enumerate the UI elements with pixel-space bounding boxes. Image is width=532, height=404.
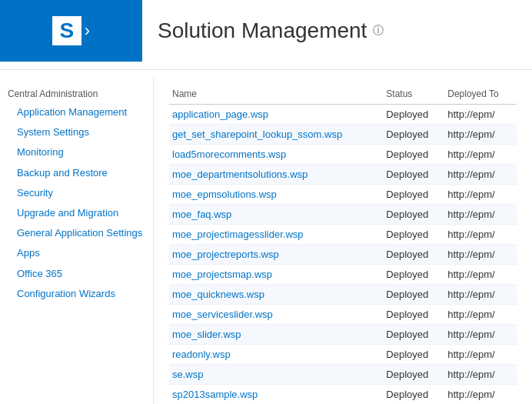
solution-deployed-9: http://epm/ xyxy=(444,285,517,305)
solution-status-4: Deployed xyxy=(383,185,444,205)
solution-name-6[interactable]: moe_projectimagesslider.wsp xyxy=(169,225,383,245)
solution-deployed-12: http://epm/ xyxy=(444,345,517,365)
sidebar-item-3[interactable]: Backup and Restore xyxy=(0,163,153,183)
solution-name-5[interactable]: moe_faq.wsp xyxy=(169,205,383,225)
solution-deployed-14: http://epm/ xyxy=(444,385,517,405)
solution-status-3: Deployed xyxy=(383,165,444,185)
table-row: moe_projectimagesslider.wspDeployedhttp:… xyxy=(169,225,517,245)
solution-name-1[interactable]: get_set_sharepoint_lookup_ssom.wsp xyxy=(169,125,383,145)
col-header-deployed: Deployed To xyxy=(444,85,517,105)
solution-name-12[interactable]: readonly.wsp xyxy=(169,345,383,365)
solution-status-9: Deployed xyxy=(383,285,444,305)
table-row: moe_serviceslider.wspDeployedhttp://epm/ xyxy=(169,305,517,325)
table-row: moe_epmsolutions.wspDeployedhttp://epm/ xyxy=(169,185,517,205)
solution-deployed-10: http://epm/ xyxy=(444,305,517,325)
page-title-area: Solution Management ⓘ xyxy=(142,18,384,43)
logo-arrow: › xyxy=(85,21,90,41)
solution-deployed-1: http://epm/ xyxy=(444,125,517,145)
col-header-name: Name xyxy=(169,85,383,105)
solution-status-12: Deployed xyxy=(383,345,444,365)
table-row: moe_departmentsolutions.wspDeployedhttp:… xyxy=(169,165,517,185)
content-area: Name Status Deployed To application_page… xyxy=(154,78,532,404)
solution-status-13: Deployed xyxy=(383,365,444,385)
solution-name-9[interactable]: moe_quicknews.wsp xyxy=(169,285,383,305)
solution-status-5: Deployed xyxy=(383,205,444,225)
logo-inner: S › xyxy=(52,16,90,45)
solution-status-1: Deployed xyxy=(383,125,444,145)
sidebar-item-6[interactable]: General Application Settings xyxy=(0,223,153,243)
solution-status-8: Deployed xyxy=(383,265,444,285)
sidebar-item-8[interactable]: Office 365 xyxy=(0,264,153,284)
col-header-status: Status xyxy=(383,85,444,105)
sidebar-item-4[interactable]: Security xyxy=(0,183,153,203)
solution-name-11[interactable]: moe_slider.wsp xyxy=(169,325,383,345)
table-row: se.wspDeployedhttp://epm/ xyxy=(169,365,517,385)
solution-name-2[interactable]: load5morecomments.wsp xyxy=(169,145,383,165)
solution-deployed-6: http://epm/ xyxy=(444,225,517,245)
solution-deployed-4: http://epm/ xyxy=(444,185,517,205)
solution-name-14[interactable]: sp2013sample.wsp xyxy=(169,385,383,405)
table-row: application_page.wspDeployedhttp://epm/ xyxy=(169,105,517,125)
table-row: moe_faq.wspDeployedhttp://epm/ xyxy=(169,205,517,225)
table-row: moe_slider.wspDeployedhttp://epm/ xyxy=(169,325,517,345)
solution-deployed-13: http://epm/ xyxy=(444,365,517,385)
table-row: get_set_sharepoint_lookup_ssom.wspDeploy… xyxy=(169,125,517,145)
solutions-table: Name Status Deployed To application_page… xyxy=(169,85,517,404)
sidebar-item-5[interactable]: Upgrade and Migration xyxy=(0,203,153,223)
solution-name-3[interactable]: moe_departmentsolutions.wsp xyxy=(169,165,383,185)
sidebar: Central Administration Application Manag… xyxy=(0,78,154,404)
header: S › Solution Management ⓘ xyxy=(0,0,532,70)
solution-deployed-7: http://epm/ xyxy=(444,245,517,265)
table-row: moe_quicknews.wspDeployedhttp://epm/ xyxy=(169,285,517,305)
solution-status-6: Deployed xyxy=(383,225,444,245)
solution-status-11: Deployed xyxy=(383,325,444,345)
info-icon[interactable]: ⓘ xyxy=(373,24,384,38)
sidebar-item-9[interactable]: Configuration Wizards xyxy=(0,284,153,304)
solution-status-14: Deployed xyxy=(383,385,444,405)
table-row: moe_projectsmap.wspDeployedhttp://epm/ xyxy=(169,265,517,285)
sidebar-section-header: Central Administration xyxy=(0,85,153,102)
sidebar-item-1[interactable]: System Settings xyxy=(0,122,153,142)
solution-deployed-2: http://epm/ xyxy=(444,145,517,165)
solution-status-7: Deployed xyxy=(383,245,444,265)
solution-name-8[interactable]: moe_projectsmap.wsp xyxy=(169,265,383,285)
table-row: moe_projectreports.wspDeployedhttp://epm… xyxy=(169,245,517,265)
solution-name-4[interactable]: moe_epmsolutions.wsp xyxy=(169,185,383,205)
solution-status-10: Deployed xyxy=(383,305,444,325)
table-header-row: Name Status Deployed To xyxy=(169,85,517,105)
main-layout: Central Administration Application Manag… xyxy=(0,78,532,404)
solution-name-0[interactable]: application_page.wsp xyxy=(169,105,383,125)
page-title: Solution Management xyxy=(158,18,367,43)
solution-deployed-3: http://epm/ xyxy=(444,165,517,185)
solution-status-0: Deployed xyxy=(383,105,444,125)
table-row: sp2013sample.wspDeployedhttp://epm/ xyxy=(169,385,517,405)
table-row: readonly.wspDeployedhttp://epm/ xyxy=(169,345,517,365)
sidebar-item-2[interactable]: Monitoring xyxy=(0,142,153,162)
solution-deployed-8: http://epm/ xyxy=(444,265,517,285)
solution-name-10[interactable]: moe_serviceslider.wsp xyxy=(169,305,383,325)
sidebar-item-0[interactable]: Application Management xyxy=(0,102,153,122)
sidebar-item-7[interactable]: Apps xyxy=(0,243,153,263)
table-row: load5morecomments.wspDeployedhttp://epm/ xyxy=(169,145,517,165)
solution-deployed-5: http://epm/ xyxy=(444,205,517,225)
logo-s-letter: S xyxy=(52,16,81,45)
solution-name-7[interactable]: moe_projectreports.wsp xyxy=(169,245,383,265)
solution-status-2: Deployed xyxy=(383,145,444,165)
solution-name-13[interactable]: se.wsp xyxy=(169,365,383,385)
logo-box: S › xyxy=(0,0,142,62)
solution-deployed-11: http://epm/ xyxy=(444,325,517,345)
solution-deployed-0: http://epm/ xyxy=(444,105,517,125)
